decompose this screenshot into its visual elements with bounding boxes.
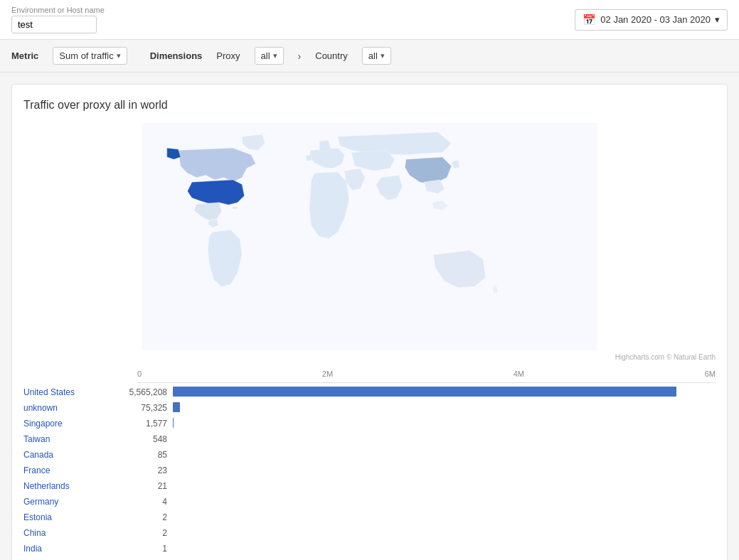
country-label-text: Country <box>315 50 348 61</box>
country-name-link[interactable]: unknown <box>23 403 123 413</box>
table-row: France 23 <box>23 464 716 477</box>
metric-bar: Metric Sum of traffic ▾ Dimensions Proxy… <box>0 40 739 72</box>
bar-wrap <box>173 527 716 539</box>
bar-rows: United States 5,565,208 unknown 75,325 S… <box>23 386 716 560</box>
bar-wrap <box>173 480 716 492</box>
bar-wrap <box>173 512 716 523</box>
table-row: Estonia 2 <box>23 511 716 524</box>
chevron-down-icon: ▾ <box>117 51 121 60</box>
country-name-link[interactable]: France <box>23 465 123 475</box>
chevron-down-icon: ▾ <box>381 51 385 60</box>
country-name-link[interactable]: Singapore <box>23 419 123 429</box>
country-value: 1 <box>123 544 173 554</box>
uk-path <box>306 155 312 161</box>
country-name-link[interactable]: Canada <box>23 450 123 460</box>
bar-wrap <box>173 402 716 414</box>
bar-wrap <box>173 496 716 507</box>
country-name-link[interactable]: India <box>23 544 123 554</box>
table-row: United States 5,565,208 <box>23 386 716 399</box>
bar-chart-area: 0 2M 4M 6M United States 5,565,208 unkno… <box>23 367 716 560</box>
map-svg <box>23 123 716 350</box>
chart-title: Traffic over proxy all in world <box>23 99 716 112</box>
calendar-icon: 📅 <box>583 14 596 26</box>
bar-wrap <box>173 543 716 554</box>
bar-wrap <box>173 465 716 476</box>
arrow-icon: › <box>298 50 302 62</box>
country-name-link[interactable]: Estonia <box>23 512 123 522</box>
table-row: Singapore 1,577 <box>23 417 716 430</box>
country-label: Country <box>315 50 348 61</box>
country-name-link[interactable]: United States <box>23 387 123 397</box>
country-value: 2 <box>123 528 173 538</box>
table-row: India 1 <box>23 542 716 555</box>
country-value: 21 <box>123 481 173 491</box>
country-value: 2 <box>123 512 173 522</box>
bar-wrap <box>173 449 716 461</box>
x-axis-line <box>137 382 716 383</box>
x-axis-2m: 2M <box>322 370 333 378</box>
country-name-link[interactable]: Netherlands <box>23 481 123 491</box>
country-value: 23 <box>123 465 173 475</box>
country-name-link[interactable]: Taiwan <box>23 434 123 444</box>
table-row: Taiwan 548 <box>23 433 716 446</box>
bar-wrap <box>173 387 716 398</box>
dimensions-label: Dimensions <box>150 50 203 61</box>
chevron-down-icon: ▾ <box>715 14 720 25</box>
table-row: Germany 4 <box>23 495 716 508</box>
metric-select[interactable]: Sum of traffic ▾ <box>53 47 127 65</box>
country-all-value: all <box>368 50 378 61</box>
country-value: 85 <box>123 450 173 460</box>
country-value: 5,565,208 <box>123 387 173 397</box>
metric-value: Sum of traffic <box>59 50 113 61</box>
country-name-link[interactable]: China <box>23 528 123 538</box>
table-row: Canada 85 <box>23 448 716 461</box>
x-axis-6m: 6M <box>705 370 716 378</box>
world-map <box>23 123 716 350</box>
env-select[interactable]: test <box>11 16 97 33</box>
country-name-link[interactable]: Germany <box>23 497 123 507</box>
proxy-label: Proxy <box>216 50 240 61</box>
chart-card: Traffic over proxy all in world <box>11 84 728 560</box>
env-selector-group: Environment or Host name test <box>11 6 105 33</box>
chevron-down-icon: ▾ <box>273 51 277 60</box>
table-row: China 2 <box>23 527 716 539</box>
country-value: 4 <box>123 497 173 507</box>
env-label: Environment or Host name <box>11 6 105 14</box>
bar <box>173 402 180 412</box>
country-value: 75,325 <box>123 403 173 413</box>
bar <box>173 387 676 397</box>
country-value: 1,577 <box>123 419 173 429</box>
main-content: Traffic over proxy all in world <box>0 72 739 560</box>
highcharts-credit: Highcharts.com © Natural Earth <box>23 353 716 361</box>
proxy-select[interactable]: all ▾ <box>255 47 284 65</box>
date-range-text: 02 Jan 2020 - 03 Jan 2020 <box>600 14 711 25</box>
table-row: unknown 75,325 <box>23 402 716 414</box>
table-row: Netherlands 21 <box>23 480 716 492</box>
proxy-all-value: all <box>261 50 270 61</box>
x-axis-4m: 4M <box>514 370 524 378</box>
bar-wrap <box>173 418 716 429</box>
bar-wrap <box>173 434 716 445</box>
env-select-wrap: test <box>11 16 105 33</box>
country-value: 548 <box>123 434 173 444</box>
date-range-picker[interactable]: 📅 02 Jan 2020 - 03 Jan 2020 ▾ <box>575 9 728 31</box>
top-bar: Environment or Host name test 📅 02 Jan 2… <box>0 0 739 40</box>
metric-label: Metric <box>11 50 38 61</box>
x-axis-0: 0 <box>137 370 142 378</box>
x-axis: 0 2M 4M 6M <box>137 370 716 378</box>
country-select[interactable]: all ▾ <box>362 47 391 65</box>
